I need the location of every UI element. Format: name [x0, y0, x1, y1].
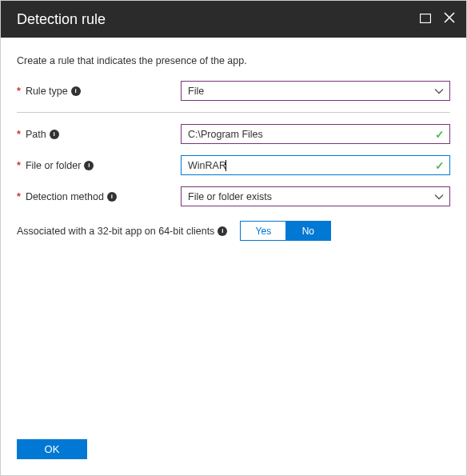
- info-icon[interactable]: i: [218, 226, 227, 236]
- label-detection-method: * Detection method i: [17, 191, 181, 202]
- toggle-label: Associated with a 32-bit app on 64-bit c…: [17, 226, 227, 237]
- label-rule-type: * Rule type i: [17, 86, 181, 97]
- path-input[interactable]: [181, 124, 450, 144]
- ok-button[interactable]: OK: [17, 439, 87, 459]
- required-asterisk: *: [17, 191, 21, 202]
- close-icon[interactable]: [444, 12, 455, 26]
- toggle-no[interactable]: No: [285, 222, 330, 240]
- info-icon[interactable]: i: [71, 86, 81, 96]
- maximize-icon[interactable]: [420, 12, 431, 26]
- toggle-label-text: Associated with a 32-bit app on 64-bit c…: [17, 226, 214, 237]
- select-value: File: [188, 86, 204, 97]
- panel-title: Detection rule: [17, 11, 106, 28]
- info-icon[interactable]: i: [50, 130, 59, 139]
- info-icon[interactable]: i: [107, 192, 117, 202]
- description-text: Create a rule that indicates the presenc…: [17, 55, 450, 66]
- label-text: File or folder: [26, 160, 81, 171]
- toggle-yes[interactable]: Yes: [241, 222, 285, 240]
- field-rule-type: * Rule type i File: [17, 81, 450, 113]
- input-value: WinRAR: [188, 160, 226, 171]
- label-path: * Path i: [17, 129, 181, 140]
- required-asterisk: *: [17, 86, 21, 97]
- detection-method-select[interactable]: File or folder exists: [181, 186, 450, 206]
- label-text: Detection method: [26, 191, 104, 202]
- rule-type-select[interactable]: File: [181, 81, 450, 101]
- text-cursor: [226, 160, 226, 171]
- panel-content: Create a rule that indicates the presenc…: [1, 38, 466, 428]
- label-file-or-folder: * File or folder i: [17, 160, 181, 171]
- svg-rect-0: [421, 14, 431, 23]
- panel-footer: OK: [1, 428, 466, 475]
- label-text: Rule type: [26, 86, 68, 97]
- panel-header: Detection rule: [1, 1, 466, 38]
- toggle-group: Yes No: [240, 221, 331, 241]
- required-asterisk: *: [17, 129, 21, 140]
- field-file-or-folder: * File or folder i WinRAR ✓: [17, 155, 450, 175]
- header-controls: [420, 12, 455, 26]
- field-detection-method: * Detection method i File or folder exis…: [17, 186, 450, 206]
- info-icon[interactable]: i: [84, 161, 94, 170]
- file-folder-input[interactable]: WinRAR: [181, 155, 450, 175]
- file-folder-input-wrap: WinRAR ✓: [181, 155, 450, 175]
- toggle-row: Associated with a 32-bit app on 64-bit c…: [17, 221, 450, 241]
- field-path: * Path i ✓: [17, 124, 450, 144]
- select-value: File or folder exists: [188, 191, 272, 202]
- label-text: Path: [26, 129, 46, 140]
- path-input-wrap: ✓: [181, 124, 450, 144]
- required-asterisk: *: [17, 160, 21, 171]
